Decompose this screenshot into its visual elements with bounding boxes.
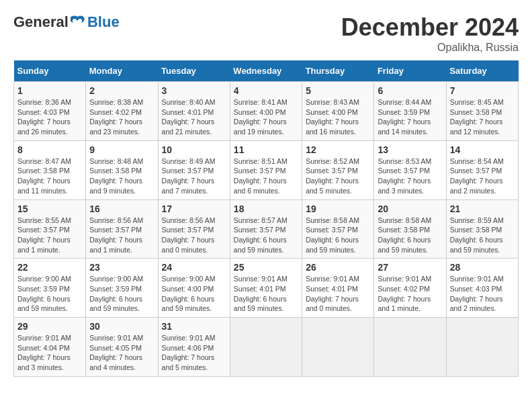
day-number: 7 [450,85,515,96]
header-friday: Friday [374,60,446,82]
day-number: 4 [234,85,298,96]
day-number: 26 [306,262,370,273]
calendar-week-row: 8Sunrise: 8:47 AM Sunset: 3:58 PM Daylig… [14,140,519,199]
calendar-cell: 25Sunrise: 9:01 AM Sunset: 4:01 PM Dayli… [230,259,302,318]
day-number: 5 [306,85,370,96]
day-number: 12 [306,144,370,155]
calendar-cell: 29Sunrise: 9:01 AM Sunset: 4:04 PM Dayli… [14,318,86,377]
day-info: Sunrise: 9:00 AM Sunset: 3:59 PM Dayligh… [17,274,82,314]
day-info: Sunrise: 8:48 AM Sunset: 3:58 PM Dayligh… [89,156,154,196]
day-info: Sunrise: 8:51 AM Sunset: 3:57 PM Dayligh… [234,156,298,196]
day-info: Sunrise: 8:47 AM Sunset: 3:58 PM Dayligh… [17,156,82,196]
calendar-cell: 9Sunrise: 8:48 AM Sunset: 3:58 PM Daylig… [86,140,158,199]
day-info: Sunrise: 9:01 AM Sunset: 4:04 PM Dayligh… [17,333,82,373]
day-number: 17 [162,203,226,214]
day-info: Sunrise: 8:52 AM Sunset: 3:57 PM Dayligh… [306,156,370,196]
logo-bird-icon [71,15,85,29]
day-number: 28 [450,262,515,273]
day-info: Sunrise: 8:43 AM Sunset: 4:00 PM Dayligh… [306,97,370,137]
day-info: Sunrise: 8:45 AM Sunset: 3:58 PM Dayligh… [450,97,515,137]
calendar-cell: 16Sunrise: 8:56 AM Sunset: 3:57 PM Dayli… [86,199,158,259]
day-number: 16 [89,203,154,214]
calendar-cell: 7Sunrise: 8:45 AM Sunset: 3:58 PM Daylig… [446,82,518,141]
calendar-cell: 30Sunrise: 9:01 AM Sunset: 4:05 PM Dayli… [86,318,158,377]
day-number: 20 [378,203,442,214]
page-header: General Blue December 2024 Opalikha, Rus… [13,13,519,54]
calendar-cell: 6Sunrise: 8:44 AM Sunset: 3:59 PM Daylig… [374,82,446,141]
day-info: Sunrise: 9:01 AM Sunset: 4:01 PM Dayligh… [306,274,370,314]
logo-general-text: General [13,13,69,31]
calendar-cell: 28Sunrise: 9:01 AM Sunset: 4:03 PM Dayli… [446,259,518,318]
header-sunday: Sunday [14,60,86,82]
calendar-cell: 31Sunrise: 9:01 AM Sunset: 4:06 PM Dayli… [158,318,230,377]
calendar-cell: 21Sunrise: 8:59 AM Sunset: 3:58 PM Dayli… [446,199,518,259]
calendar-week-row: 22Sunrise: 9:00 AM Sunset: 3:59 PM Dayli… [14,259,519,318]
weekday-header-row: Sunday Monday Tuesday Wednesday Thursday… [14,60,519,82]
day-info: Sunrise: 8:36 AM Sunset: 4:03 PM Dayligh… [17,97,82,137]
day-number: 8 [17,144,82,155]
calendar-week-row: 1Sunrise: 8:36 AM Sunset: 4:03 PM Daylig… [14,82,519,141]
calendar-week-row: 15Sunrise: 8:55 AM Sunset: 3:57 PM Dayli… [14,199,519,259]
day-info: Sunrise: 8:58 AM Sunset: 3:58 PM Dayligh… [378,216,442,255]
calendar-cell: 14Sunrise: 8:54 AM Sunset: 3:57 PM Dayli… [446,140,518,199]
calendar-week-row: 29Sunrise: 9:01 AM Sunset: 4:04 PM Dayli… [14,318,519,377]
title-block: December 2024 Opalikha, Russia [341,13,519,54]
day-info: Sunrise: 8:57 AM Sunset: 3:57 PM Dayligh… [234,216,298,255]
calendar-cell: 22Sunrise: 9:00 AM Sunset: 3:59 PM Dayli… [14,259,86,318]
calendar-cell: 4Sunrise: 8:41 AM Sunset: 4:00 PM Daylig… [230,82,302,141]
calendar-cell [446,318,518,377]
day-number: 11 [234,144,298,155]
day-number: 2 [89,85,154,96]
day-number: 25 [234,262,298,273]
day-info: Sunrise: 8:41 AM Sunset: 4:00 PM Dayligh… [234,97,298,137]
day-number: 1 [17,85,82,96]
header-wednesday: Wednesday [230,60,302,82]
day-info: Sunrise: 9:00 AM Sunset: 4:00 PM Dayligh… [162,274,226,314]
calendar-cell: 23Sunrise: 9:00 AM Sunset: 3:59 PM Dayli… [86,259,158,318]
logo-blue-text: Blue [87,13,120,31]
day-number: 24 [162,262,226,273]
calendar-cell: 5Sunrise: 8:43 AM Sunset: 4:00 PM Daylig… [302,82,374,141]
header-tuesday: Tuesday [158,60,230,82]
day-number: 30 [89,321,154,332]
calendar-cell: 24Sunrise: 9:00 AM Sunset: 4:00 PM Dayli… [158,259,230,318]
calendar-cell: 10Sunrise: 8:49 AM Sunset: 3:57 PM Dayli… [158,140,230,199]
day-info: Sunrise: 8:49 AM Sunset: 3:57 PM Dayligh… [162,156,226,196]
day-info: Sunrise: 8:58 AM Sunset: 3:57 PM Dayligh… [306,216,370,255]
day-number: 19 [306,203,370,214]
day-info: Sunrise: 9:00 AM Sunset: 3:59 PM Dayligh… [89,274,154,314]
day-number: 3 [162,85,226,96]
calendar-cell [374,318,446,377]
day-info: Sunrise: 8:59 AM Sunset: 3:58 PM Dayligh… [450,216,515,255]
calendar-cell: 3Sunrise: 8:40 AM Sunset: 4:01 PM Daylig… [158,82,230,141]
day-info: Sunrise: 8:44 AM Sunset: 3:59 PM Dayligh… [378,97,442,137]
day-number: 23 [89,262,154,273]
calendar-cell [230,318,302,377]
calendar-cell [302,318,374,377]
logo: General Blue [13,13,120,31]
day-number: 21 [450,203,515,214]
calendar-cell: 13Sunrise: 8:53 AM Sunset: 3:57 PM Dayli… [374,140,446,199]
day-info: Sunrise: 8:53 AM Sunset: 3:57 PM Dayligh… [378,156,442,196]
calendar-cell: 17Sunrise: 8:56 AM Sunset: 3:57 PM Dayli… [158,199,230,259]
calendar-cell: 20Sunrise: 8:58 AM Sunset: 3:58 PM Dayli… [374,199,446,259]
calendar-cell: 19Sunrise: 8:58 AM Sunset: 3:57 PM Dayli… [302,199,374,259]
calendar-cell: 1Sunrise: 8:36 AM Sunset: 4:03 PM Daylig… [14,82,86,141]
calendar-cell: 8Sunrise: 8:47 AM Sunset: 3:58 PM Daylig… [14,140,86,199]
day-number: 31 [162,321,226,332]
day-number: 29 [17,321,82,332]
day-info: Sunrise: 8:40 AM Sunset: 4:01 PM Dayligh… [162,97,226,137]
calendar-cell: 27Sunrise: 9:01 AM Sunset: 4:02 PM Dayli… [374,259,446,318]
calendar-cell: 15Sunrise: 8:55 AM Sunset: 3:57 PM Dayli… [14,199,86,259]
day-number: 6 [378,85,442,96]
calendar-cell: 2Sunrise: 8:38 AM Sunset: 4:02 PM Daylig… [86,82,158,141]
calendar-cell: 18Sunrise: 8:57 AM Sunset: 3:57 PM Dayli… [230,199,302,259]
calendar-cell: 12Sunrise: 8:52 AM Sunset: 3:57 PM Dayli… [302,140,374,199]
day-info: Sunrise: 8:56 AM Sunset: 3:57 PM Dayligh… [162,216,226,255]
day-info: Sunrise: 9:01 AM Sunset: 4:06 PM Dayligh… [162,333,226,373]
day-info: Sunrise: 9:01 AM Sunset: 4:01 PM Dayligh… [234,274,298,314]
day-info: Sunrise: 9:01 AM Sunset: 4:03 PM Dayligh… [450,274,515,314]
day-number: 13 [378,144,442,155]
day-info: Sunrise: 8:55 AM Sunset: 3:57 PM Dayligh… [17,216,82,255]
calendar-cell: 11Sunrise: 8:51 AM Sunset: 3:57 PM Dayli… [230,140,302,199]
